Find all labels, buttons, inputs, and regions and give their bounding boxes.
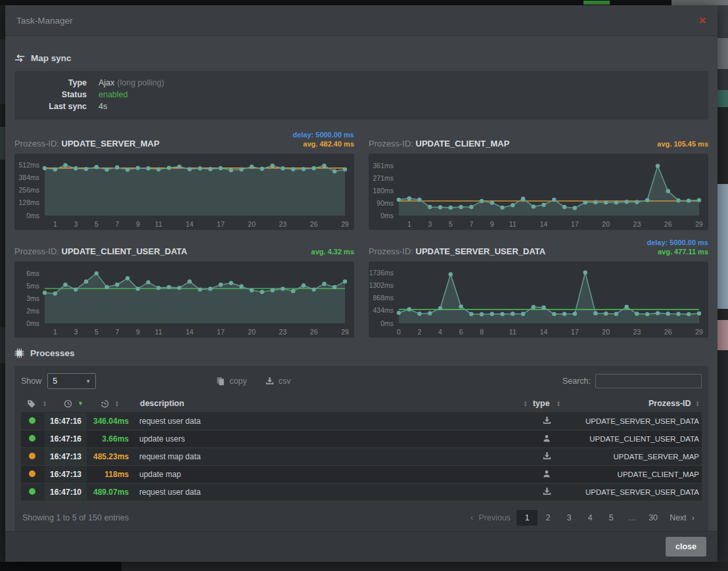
chart-point (95, 271, 99, 275)
status-dot-green (29, 435, 35, 442)
chart-point (53, 168, 57, 171)
x-axis-label: 4 (438, 328, 442, 336)
sort-icon[interactable]: ▲▼ (115, 400, 119, 407)
type-cell (528, 448, 565, 466)
chart-point (177, 164, 181, 168)
chart-point (469, 205, 473, 209)
y-axis-label: 6ms (26, 269, 39, 277)
show-entries-label: Show (21, 377, 41, 386)
description-cell: update map (133, 466, 528, 484)
y-axis-label: 1736ms (369, 269, 394, 277)
sort-icon[interactable]: ▲▼ (557, 400, 560, 407)
close-icon[interactable]: ✕ (698, 15, 706, 26)
pagination-page-4[interactable]: 4 (580, 510, 601, 526)
chart-point (500, 312, 504, 316)
pagination-page-30[interactable]: 30 (643, 510, 664, 526)
chart-point (656, 311, 660, 315)
duration-cell: 118ms (87, 466, 133, 484)
chart-point (84, 167, 88, 171)
background-top-bar (0, 0, 728, 5)
pagination-page-5[interactable]: 5 (601, 510, 622, 526)
history-icon (101, 400, 109, 408)
chart-point (541, 203, 545, 207)
x-axis-label: 29 (695, 220, 703, 228)
chart-header: Prozess-ID: UPDATE_CLIENT_USER_DATAavg. … (14, 237, 354, 256)
sort-icon[interactable]: ▲▼ (696, 400, 700, 407)
table-row[interactable]: 16:47:13485.23msrequest map dataUPDATE_S… (21, 448, 702, 466)
chart-point (271, 288, 275, 292)
x-axis-label: 26 (664, 220, 672, 228)
modal-title: Task-Manager (16, 16, 73, 26)
status-dot-green (29, 488, 35, 495)
chart-point (604, 311, 608, 315)
table-row[interactable]: 16:47:13118msupdate mapUPDATE_CLIENT_MAP (21, 466, 702, 484)
pagination-page-3[interactable]: 3 (558, 510, 580, 526)
chart-point (187, 279, 191, 283)
chart-point (208, 167, 212, 171)
table-row[interactable]: 16:47:16346.04msrequest user dataUPDATE_… (21, 413, 702, 430)
x-axis-label: 20 (248, 328, 256, 336)
pagination-page-1[interactable]: 1 (516, 510, 537, 526)
chart-delay-value: delay: 5000.00 ms (647, 238, 708, 247)
chart-point (146, 280, 150, 284)
chart-point (521, 312, 525, 316)
table-row[interactable]: 16:47:10489.07msrequest user dataUPDATE_… (21, 484, 702, 501)
x-axis-label: 9 (136, 328, 140, 336)
processes-heading-label: Processes (30, 348, 75, 358)
chart-point (397, 311, 401, 315)
user-type-icon (543, 470, 551, 478)
sort-icon[interactable]: ▲▼ (43, 400, 47, 407)
status-dot-green (29, 417, 35, 424)
close-button[interactable]: close (666, 537, 706, 557)
chart-metrics: avg. 105.45 ms (657, 139, 708, 148)
x-axis-label: 20 (248, 220, 256, 228)
chart-point (417, 311, 421, 315)
chart-point (397, 198, 401, 202)
chart-point (156, 286, 160, 290)
search-input[interactable] (595, 374, 702, 388)
chart-point (312, 287, 316, 291)
chart-point (573, 311, 577, 315)
chart-point (104, 285, 108, 289)
x-axis-label: 1 (53, 328, 57, 336)
x-axis-label: 5 (449, 220, 453, 228)
show-entries-select[interactable]: 5 ▼ (47, 373, 96, 389)
x-axis-label: 29 (695, 328, 703, 336)
chart-point (250, 165, 254, 169)
x-axis-label: 17 (571, 220, 579, 228)
chart-point (511, 203, 514, 207)
chart-point (666, 311, 670, 315)
background-green-strip (583, 1, 610, 5)
pagination-next[interactable]: Next› (664, 510, 700, 526)
chart-point (562, 312, 566, 316)
chart-panel: 0ms90ms180ms271ms361ms135791114172023262… (369, 154, 708, 230)
duration-cell: 489.07ms (87, 484, 133, 501)
sort-desc-icon[interactable]: ▼ (78, 401, 83, 407)
chart-block-update_server_user_data: Prozess-ID: UPDATE_SERVER_USER_DATAdelay… (369, 237, 708, 338)
chart-point (625, 200, 629, 204)
chart-point (219, 166, 223, 170)
chart-point (343, 279, 347, 283)
duration-cell: 346.04ms (87, 413, 133, 430)
chart-point (428, 205, 432, 209)
charts-grid: Prozess-ID: UPDATE_SERVER_MAPdelay: 5000… (14, 129, 708, 338)
pagination-page-2[interactable]: 2 (537, 510, 558, 526)
chart-panel: 0ms128ms256ms384ms512ms13579111417202326… (14, 154, 354, 230)
copy-button[interactable]: copy (216, 377, 246, 386)
x-axis-label: 14 (186, 220, 194, 228)
chart-block-update_client_user_data: Prozess-ID: UPDATE_CLIENT_USER_DATAavg. … (14, 237, 354, 338)
table-row[interactable]: 16:47:163.66msupdate usersUPDATE_CLIENT_… (21, 430, 702, 448)
sort-icon[interactable]: ▲▼ (524, 400, 528, 407)
csv-button[interactable]: csv (265, 377, 291, 386)
chart-point (198, 166, 202, 170)
time-cell: 16:47:10 (45, 484, 87, 501)
chart-point (167, 166, 171, 170)
pagination-previous[interactable]: ‹Previous (465, 510, 516, 526)
clock-icon (64, 400, 72, 408)
pagination-previous-label: Previous (478, 513, 511, 522)
chart-title: Prozess-ID: UPDATE_CLIENT_USER_DATA (14, 246, 187, 256)
process-id-cell: UPDATE_SERVER_MAP (565, 448, 702, 466)
chart-canvas: 0ms434ms868ms1302ms1736ms024681114172023… (369, 262, 708, 338)
chart-point (490, 200, 494, 204)
map-sync-row-value: Ajax (99, 77, 114, 89)
